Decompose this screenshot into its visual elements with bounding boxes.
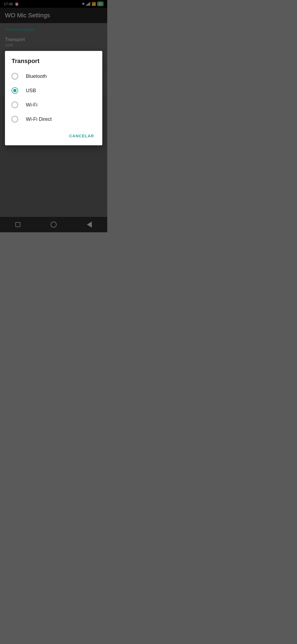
option-bluetooth[interactable]: Bluetooth [5,69,102,83]
radio-wifi [12,102,18,108]
transport-dialog: Transport Bluetooth USB Wi-Fi Wi-Fi Dire… [5,51,102,145]
cancel-button[interactable]: CANCELAR [65,131,98,141]
option-wifi-label: Wi-Fi [26,102,37,108]
radio-usb [12,87,18,94]
option-bluetooth-label: Bluetooth [26,73,47,79]
radio-wifi-direct [12,116,18,122]
option-wifi[interactable]: Wi-Fi [5,98,102,112]
dialog-title: Transport [5,58,102,69]
dialog-actions: CANCELAR [5,129,102,143]
radio-bluetooth [12,73,18,80]
radio-usb-inner [13,89,16,92]
option-usb[interactable]: USB [5,83,102,98]
option-usb-label: USB [26,88,36,94]
option-wifi-direct[interactable]: Wi-Fi Direct [5,112,102,126]
option-wifi-direct-label: Wi-Fi Direct [26,116,52,122]
